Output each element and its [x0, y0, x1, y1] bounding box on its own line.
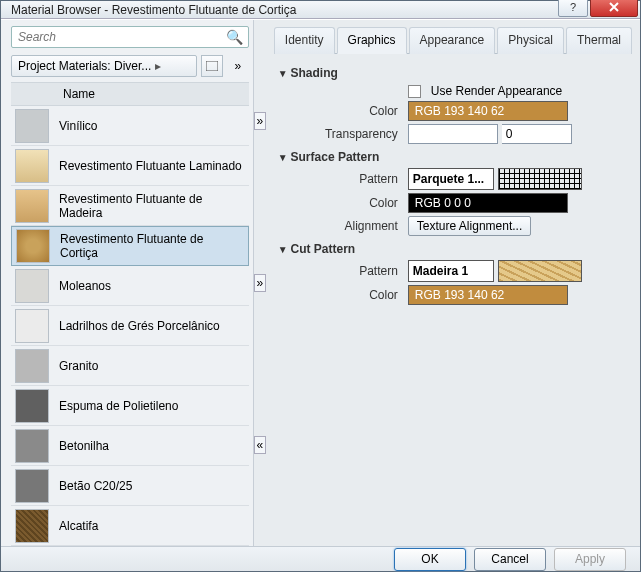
- material-label: Revestimento Flutuante Laminado: [59, 159, 242, 173]
- material-item[interactable]: Betonilha: [11, 426, 249, 466]
- material-label: Betão C20/25: [59, 479, 132, 493]
- material-item[interactable]: Revestimento Flutuante Laminado: [11, 146, 249, 186]
- material-item[interactable]: Granito: [11, 346, 249, 386]
- surface-color-swatch[interactable]: RGB 0 0 0: [408, 193, 568, 213]
- material-thumbnail: [15, 429, 49, 463]
- close-icon: [608, 1, 620, 13]
- project-materials-dropdown[interactable]: Project Materials: Diver... ▸: [11, 55, 197, 77]
- material-item[interactable]: Ladrilhos de Grés Porcelânico: [11, 306, 249, 346]
- transparency-value[interactable]: 0: [502, 124, 572, 144]
- tab-thermal[interactable]: Thermal: [566, 27, 632, 54]
- chevron-right-icon: ▸: [155, 59, 161, 73]
- section-surface-pattern: Surface Pattern: [278, 150, 628, 164]
- material-thumbnail: [15, 389, 49, 423]
- expand-button[interactable]: »: [227, 55, 249, 77]
- material-item[interactable]: Vinílico: [11, 106, 249, 146]
- material-label: Moleanos: [59, 279, 111, 293]
- transparency-slider[interactable]: [408, 124, 498, 144]
- expander-handle-top[interactable]: »: [254, 112, 266, 130]
- use-render-checkbox[interactable]: [408, 85, 421, 98]
- close-button[interactable]: [590, 0, 638, 17]
- material-item[interactable]: Alcatifa: [11, 506, 249, 546]
- view-toggle-button[interactable]: [201, 55, 223, 77]
- texture-alignment-button[interactable]: Texture Alignment...: [408, 216, 531, 236]
- material-item[interactable]: Revestimento Flutuante de Cortiça: [11, 226, 249, 266]
- tab-graphics[interactable]: Graphics: [337, 27, 407, 54]
- left-panel: 🔍 Project Materials: Diver... ▸ » Name V…: [1, 20, 254, 546]
- material-label: Ladrilhos de Grés Porcelânico: [59, 319, 220, 333]
- project-materials-row: Project Materials: Diver... ▸ »: [11, 54, 249, 78]
- window-buttons: ?: [558, 3, 640, 17]
- material-label: Vinílico: [59, 119, 97, 133]
- material-thumbnail: [15, 269, 49, 303]
- surface-pattern-label: Pattern: [278, 172, 408, 186]
- material-thumbnail: [15, 349, 49, 383]
- titlebar: Material Browser - Revestimento Flutuant…: [1, 1, 640, 19]
- cut-pattern-label: Pattern: [278, 264, 408, 278]
- material-label: Granito: [59, 359, 98, 373]
- material-item[interactable]: Espuma de Polietileno: [11, 386, 249, 426]
- cut-pattern-name[interactable]: Madeira 1: [408, 260, 494, 282]
- search-icon: 🔍: [226, 29, 243, 45]
- surface-pattern-name[interactable]: Parquete 1...: [408, 168, 494, 190]
- graphics-panel: Shading Use Render Appearance Color RGB …: [274, 54, 632, 546]
- material-label: Espuma de Polietileno: [59, 399, 178, 413]
- cancel-button[interactable]: Cancel: [474, 548, 546, 571]
- material-thumbnail: [15, 309, 49, 343]
- use-render-label: Use Render Appearance: [431, 84, 562, 98]
- material-thumbnail: [15, 509, 49, 543]
- expander-handle-mid[interactable]: »: [254, 274, 266, 292]
- material-item[interactable]: Betão C20/25: [11, 466, 249, 506]
- cut-color-label: Color: [278, 288, 408, 302]
- expand-right-icon: »: [235, 59, 242, 73]
- dialog-body: 🔍 Project Materials: Diver... ▸ » Name V…: [1, 19, 640, 546]
- svg-rect-0: [206, 61, 218, 71]
- apply-button[interactable]: Apply: [554, 548, 626, 571]
- material-label: Alcatifa: [59, 519, 98, 533]
- search-wrap: 🔍: [11, 26, 249, 48]
- surface-color-label: Color: [278, 196, 408, 210]
- tab-physical[interactable]: Physical: [497, 27, 564, 54]
- shading-color-label: Color: [278, 104, 408, 118]
- dialog-bottom-bar: OK Cancel Apply: [1, 546, 640, 571]
- shading-color-text: RGB 193 140 62: [415, 104, 504, 118]
- tab-identity[interactable]: Identity: [274, 27, 335, 54]
- material-label: Revestimento Flutuante de Madeira: [59, 192, 245, 220]
- right-panel: Identity Graphics Appearance Physical Th…: [266, 20, 640, 546]
- section-cut-pattern: Cut Pattern: [278, 242, 628, 256]
- material-thumbnail: [15, 469, 49, 503]
- surface-pattern-preview[interactable]: [498, 168, 582, 190]
- material-item[interactable]: Revestimento Flutuante de Madeira: [11, 186, 249, 226]
- alignment-label: Alignment: [278, 219, 408, 233]
- material-label: Betonilha: [59, 439, 109, 453]
- tab-appearance[interactable]: Appearance: [409, 27, 496, 54]
- cut-color-swatch[interactable]: RGB 193 140 62: [408, 285, 568, 305]
- expander-handle-bottom[interactable]: «: [254, 436, 266, 454]
- material-thumbnail: [16, 229, 50, 263]
- material-list[interactable]: VinílicoRevestimento Flutuante LaminadoR…: [11, 106, 249, 546]
- window-title: Material Browser - Revestimento Flutuant…: [11, 3, 558, 17]
- tabs: Identity Graphics Appearance Physical Th…: [274, 26, 632, 54]
- project-materials-label: Project Materials: Diver...: [18, 59, 151, 73]
- material-thumbnail: [15, 149, 49, 183]
- material-browser-window: Material Browser - Revestimento Flutuant…: [0, 0, 641, 572]
- ok-button[interactable]: OK: [394, 548, 466, 571]
- surface-color-text: RGB 0 0 0: [415, 196, 471, 210]
- material-label: Revestimento Flutuante de Cortiça: [60, 232, 244, 260]
- shading-color-swatch[interactable]: RGB 193 140 62: [408, 101, 568, 121]
- material-thumbnail: [15, 189, 49, 223]
- cut-pattern-preview[interactable]: [498, 260, 582, 282]
- cut-color-text: RGB 193 140 62: [415, 288, 504, 302]
- list-header: Name: [11, 82, 249, 106]
- material-thumbnail: [15, 109, 49, 143]
- section-shading: Shading: [278, 66, 628, 80]
- material-item[interactable]: Moleanos: [11, 266, 249, 306]
- transparency-label: Transparency: [278, 127, 408, 141]
- search-input[interactable]: [11, 26, 249, 48]
- expander-column: » » «: [254, 20, 266, 546]
- help-button[interactable]: ?: [558, 0, 588, 17]
- square-icon: [206, 61, 218, 71]
- column-name-header: Name: [63, 87, 95, 101]
